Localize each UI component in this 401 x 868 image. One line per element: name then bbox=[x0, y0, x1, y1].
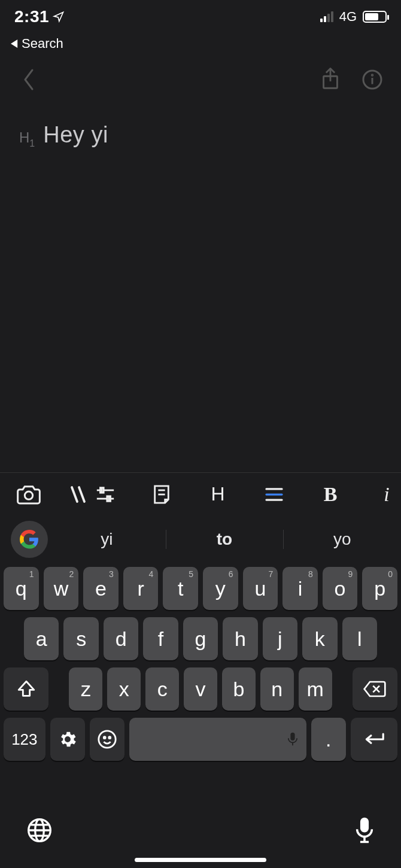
key-hint: 2 bbox=[69, 569, 74, 579]
key-d[interactable]: d bbox=[104, 617, 138, 660]
key-r[interactable]: r4 bbox=[123, 567, 159, 610]
key-w[interactable]: w2 bbox=[44, 567, 79, 610]
key-t[interactable]: t5 bbox=[163, 567, 198, 610]
globe-button[interactable] bbox=[26, 817, 53, 846]
key-v[interactable]: v bbox=[184, 667, 217, 711]
page-icon bbox=[153, 484, 171, 505]
key-e[interactable]: e3 bbox=[83, 567, 119, 610]
emoji-key[interactable] bbox=[90, 718, 124, 761]
camera-button[interactable] bbox=[16, 481, 42, 508]
key-hint: 7 bbox=[268, 569, 273, 579]
key-hint: 6 bbox=[229, 569, 233, 579]
key-j[interactable]: j bbox=[263, 617, 297, 660]
key-hint: 8 bbox=[308, 569, 313, 579]
info-button[interactable] bbox=[360, 68, 384, 92]
status-bar: 2:31 4G bbox=[0, 0, 401, 34]
key-i[interactable]: i8 bbox=[282, 567, 318, 610]
key-hint: 4 bbox=[149, 569, 154, 579]
enter-key[interactable] bbox=[351, 718, 397, 761]
space-key[interactable] bbox=[129, 718, 306, 761]
key-z[interactable]: z bbox=[69, 667, 102, 711]
svg-rect-26 bbox=[360, 818, 369, 833]
backspace-icon bbox=[363, 680, 387, 698]
google-button[interactable] bbox=[11, 521, 48, 558]
svg-point-3 bbox=[372, 75, 373, 76]
back-button[interactable] bbox=[17, 68, 41, 92]
share-button[interactable] bbox=[318, 68, 342, 92]
italic-button[interactable]: i bbox=[373, 481, 400, 508]
suggestion-row: yi to yo bbox=[0, 515, 401, 563]
key-y[interactable]: y6 bbox=[203, 567, 238, 610]
key-hint: 0 bbox=[388, 569, 393, 579]
editor-area[interactable]: H1 Hey yi bbox=[0, 101, 401, 170]
key-c[interactable]: c bbox=[145, 667, 179, 711]
status-left: 2:31 bbox=[14, 7, 65, 26]
scribble-button[interactable] bbox=[66, 481, 92, 508]
key-row-1: q1w2e3r4t5y6u7i8o9p0 bbox=[4, 567, 397, 610]
svg-point-4 bbox=[25, 491, 32, 499]
heading-label: H bbox=[211, 483, 224, 505]
key-row-3: zxcvbnm bbox=[4, 667, 397, 711]
key-m[interactable]: m bbox=[299, 667, 332, 711]
numeric-key[interactable]: 123 bbox=[4, 718, 45, 761]
suggestions: yi to yo bbox=[48, 523, 401, 556]
heading-marker: H1 bbox=[19, 129, 35, 148]
key-k[interactable]: k bbox=[302, 617, 337, 660]
key-o[interactable]: o9 bbox=[323, 567, 358, 610]
key-a[interactable]: a bbox=[24, 617, 59, 660]
globe-icon bbox=[26, 817, 53, 843]
system-row bbox=[0, 817, 401, 846]
shift-key[interactable] bbox=[4, 667, 48, 711]
adjust-button[interactable] bbox=[92, 481, 119, 508]
period-key[interactable]: . bbox=[311, 718, 346, 761]
page-button[interactable] bbox=[148, 481, 175, 508]
settings-key[interactable] bbox=[50, 718, 85, 761]
key-hint: 1 bbox=[29, 569, 34, 579]
suggestion-1[interactable]: yi bbox=[48, 523, 166, 556]
align-button[interactable] bbox=[261, 481, 287, 508]
svg-point-20 bbox=[109, 737, 111, 739]
key-row-2: asdfghjkl bbox=[4, 617, 397, 660]
key-u[interactable]: u7 bbox=[243, 567, 278, 610]
sliders-icon bbox=[95, 484, 116, 505]
google-icon bbox=[19, 529, 40, 550]
svg-point-19 bbox=[104, 737, 105, 739]
network-label: 4G bbox=[339, 9, 357, 25]
svg-point-18 bbox=[99, 731, 116, 748]
enter-icon bbox=[363, 732, 385, 746]
key-f[interactable]: f bbox=[143, 617, 178, 660]
bold-button[interactable]: B bbox=[317, 481, 344, 508]
key-n[interactable]: n bbox=[260, 667, 294, 711]
key-x[interactable]: x bbox=[107, 667, 141, 711]
dictation-button[interactable] bbox=[354, 817, 375, 846]
mic-mini-icon bbox=[287, 728, 298, 751]
svg-rect-21 bbox=[290, 733, 294, 740]
battery-icon bbox=[363, 11, 387, 23]
location-icon bbox=[53, 11, 65, 23]
mic-icon bbox=[354, 817, 375, 844]
key-l[interactable]: l bbox=[342, 617, 377, 660]
key-hint: 5 bbox=[189, 569, 193, 579]
key-s[interactable]: s bbox=[63, 617, 98, 660]
key-hint: 9 bbox=[348, 569, 353, 579]
shift-icon bbox=[16, 679, 37, 699]
key-q[interactable]: q1 bbox=[4, 567, 39, 610]
key-p[interactable]: p0 bbox=[362, 567, 397, 610]
key-g[interactable]: g bbox=[183, 617, 218, 660]
suggestion-2[interactable]: to bbox=[166, 523, 284, 556]
home-indicator[interactable] bbox=[135, 858, 266, 862]
heading-button[interactable]: H bbox=[205, 481, 231, 508]
bold-label: B bbox=[324, 483, 338, 506]
signal-icon bbox=[320, 11, 333, 22]
backspace-key[interactable] bbox=[353, 667, 397, 711]
camera-icon bbox=[17, 484, 41, 505]
suggestion-3[interactable]: yo bbox=[283, 523, 401, 556]
return-to-app[interactable]: Search bbox=[0, 34, 401, 59]
key-h[interactable]: h bbox=[223, 617, 257, 660]
key-hint: 3 bbox=[109, 569, 114, 579]
note-text[interactable]: Hey yi bbox=[43, 122, 108, 148]
key-row-4: 123 . bbox=[4, 718, 397, 761]
format-toolbar: H B i bbox=[0, 472, 401, 515]
key-b[interactable]: b bbox=[222, 667, 256, 711]
scribble-icon bbox=[68, 484, 90, 505]
